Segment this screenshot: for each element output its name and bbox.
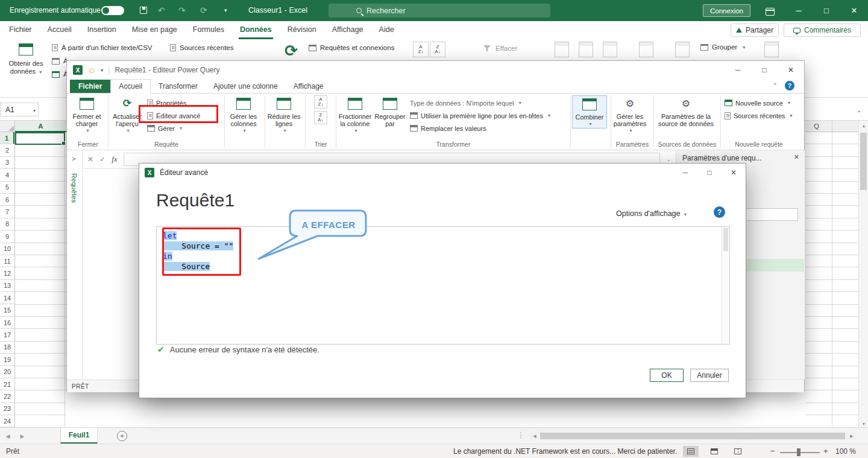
row-header[interactable]: 19: [0, 354, 14, 366]
page-break-view-icon[interactable]: [730, 446, 746, 457]
sheet-nav-right-icon[interactable]: ▶: [16, 428, 29, 444]
reduce-rows-button[interactable]: Réduire les lignes: [266, 95, 301, 135]
formula-bar-expand-icon[interactable]: ⌄: [852, 104, 866, 116]
zoom-in-icon[interactable]: +: [823, 447, 828, 456]
zoom-out-icon[interactable]: −: [770, 447, 775, 456]
sheet-grid-right[interactable]: [805, 132, 858, 428]
formula-expand-icon[interactable]: ⌄: [666, 156, 671, 162]
row-header[interactable]: 24: [0, 415, 14, 427]
outline-icon[interactable]: [764, 42, 779, 57]
pq-help-icon[interactable]: ?: [785, 81, 794, 91]
ribbon-tab[interactable]: Données: [232, 21, 280, 39]
row-header[interactable]: 20: [0, 366, 14, 378]
ribbon-tab[interactable]: Fichier: [1, 21, 40, 39]
vertical-scroll-thumb[interactable]: [860, 133, 867, 190]
forecast-sheet-icon[interactable]: [675, 42, 690, 57]
redo-icon[interactable]: ↷: [178, 5, 186, 16]
queries-pane-collapsed[interactable]: > Requêtes: [67, 150, 83, 380]
sort-az-button[interactable]: [413, 42, 429, 57]
ribbon-tab[interactable]: Formules: [185, 21, 232, 39]
column-header-q[interactable]: Q: [805, 121, 858, 132]
share-button[interactable]: Partager: [731, 24, 779, 37]
autosave-toggle[interactable]: [101, 6, 124, 15]
zoom-slider-thumb[interactable]: [797, 448, 800, 456]
replace-values-button[interactable]: Remplacer les valeurs: [407, 122, 553, 134]
m-code-text[interactable]: let Source = ""in Source: [163, 231, 720, 340]
row-header[interactable]: 9: [0, 231, 14, 243]
zoom-level[interactable]: 100 %: [835, 447, 856, 456]
dialog-maximize-button[interactable]: □: [697, 164, 722, 182]
ribbon-tab[interactable]: Révision: [280, 21, 324, 39]
row-header[interactable]: 5: [0, 182, 14, 194]
ribbon-collapse-icon[interactable]: ⌃: [773, 82, 778, 89]
close-and-load-button[interactable]: Fermer et charger: [69, 95, 104, 135]
refresh-all-icon[interactable]: ⟳: [285, 42, 298, 60]
row-header[interactable]: 8: [0, 218, 14, 231]
comments-button[interactable]: Commentaires: [784, 24, 861, 37]
from-table-button[interactable]: À: [52, 71, 68, 78]
row-header[interactable]: 3: [0, 157, 14, 169]
m-code-editor[interactable]: let Source = ""in Source: [156, 226, 730, 345]
ribbon-tab[interactable]: Accueil: [40, 21, 80, 39]
formula-confirm-icon[interactable]: ✓: [99, 155, 105, 164]
manage-button[interactable]: Gérer: [145, 122, 203, 134]
new-source-button[interactable]: Nouvelle source: [722, 97, 795, 109]
pq-tab[interactable]: Ajouter une colonne: [206, 80, 286, 93]
active-cell-a1[interactable]: [15, 132, 65, 145]
from-web-button[interactable]: À: [52, 57, 68, 65]
ribbon-tab[interactable]: Insertion: [80, 21, 124, 39]
sheet-tab-feuil1[interactable]: Feuil1: [60, 428, 98, 444]
split-column-button[interactable]: Fractionner la colonne: [338, 95, 373, 135]
pq-close-button[interactable]: ✕: [778, 61, 804, 79]
pq-tab[interactable]: Transformer: [151, 80, 206, 93]
pq-sort-za-button[interactable]: [314, 111, 327, 124]
row-header[interactable]: 7: [0, 206, 14, 218]
expand-pane-icon[interactable]: >: [72, 155, 75, 162]
pq-tab[interactable]: Affichage: [286, 80, 332, 93]
pq-tab[interactable]: Fichier: [70, 80, 110, 93]
search-bar[interactable]: Rechercher: [329, 4, 550, 17]
pq-recent-sources-button[interactable]: Sources récentes: [722, 110, 795, 121]
row-header[interactable]: 18: [0, 342, 14, 354]
titlebar-dropdown-icon[interactable]: ▾: [101, 68, 103, 73]
row-header[interactable]: 13: [0, 280, 14, 292]
pq-sort-az-button[interactable]: [314, 95, 327, 109]
row-header[interactable]: 4: [0, 169, 14, 181]
ok-button[interactable]: OK: [650, 369, 684, 382]
cancel-button[interactable]: Annuler: [690, 369, 729, 382]
pq-tab[interactable]: Accueil: [110, 79, 151, 94]
row-header[interactable]: 17: [0, 329, 14, 341]
row-header[interactable]: 21: [0, 378, 14, 390]
what-if-analysis-icon[interactable]: [639, 42, 653, 57]
first-row-headers-button[interactable]: Utiliser la première ligne pour les en-t…: [407, 110, 553, 121]
pq-minimize-button[interactable]: ─: [725, 61, 751, 79]
row-header[interactable]: 16: [0, 317, 14, 329]
dialog-close-button[interactable]: ✕: [722, 164, 746, 182]
group-by-button[interactable]: Regrouper par: [373, 95, 407, 127]
display-options-dropdown[interactable]: Options d'affichage: [616, 209, 687, 218]
queries-connections-button[interactable]: Requêtes et connexions: [309, 44, 394, 51]
row-header[interactable]: 6: [0, 194, 14, 206]
ribbon-tab[interactable]: Aide: [371, 21, 402, 39]
scroll-up-icon[interactable]: ▲: [859, 121, 868, 130]
ribbon-tab[interactable]: Mise en page: [124, 21, 185, 39]
combine-button[interactable]: Combiner: [572, 95, 607, 129]
scroll-left-icon[interactable]: ◀: [530, 432, 539, 440]
save-icon[interactable]: [140, 5, 147, 16]
row-header[interactable]: 12: [0, 267, 14, 279]
feedback-smiley-icon[interactable]: ☺: [87, 65, 96, 75]
from-text-csv-button[interactable]: À partir d'un fichier texte/CSV: [52, 44, 152, 51]
text-to-columns-icon[interactable]: [555, 42, 569, 57]
excel-minimize-button[interactable]: ─: [785, 0, 813, 21]
horizontal-scroll-thumb[interactable]: [540, 433, 845, 439]
row-header[interactable]: 15: [0, 304, 14, 316]
manage-parameters-button[interactable]: ⚙ Gérer les paramètres: [612, 95, 647, 135]
scroll-right-icon[interactable]: ▶: [848, 432, 856, 440]
tab-splitter-handle[interactable]: ⋮: [517, 431, 524, 439]
sheet-grid-left[interactable]: [15, 132, 66, 428]
ribbon-tab[interactable]: Affichage: [324, 21, 371, 39]
name-box-dropdown-icon[interactable]: [31, 106, 36, 114]
row-header[interactable]: 23: [0, 403, 14, 415]
code-scrollbar[interactable]: [722, 227, 729, 344]
formula-cancel-icon[interactable]: ✕: [87, 155, 93, 164]
